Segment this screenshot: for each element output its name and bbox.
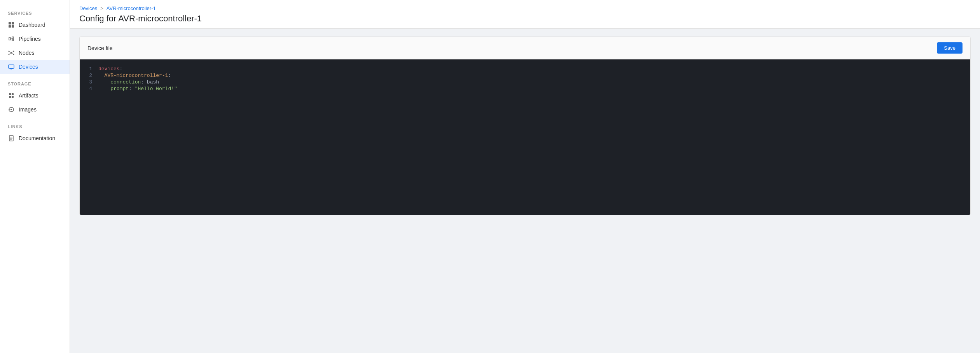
sidebar-item-pipelines[interactable]: Pipelines (0, 32, 70, 46)
code-line-3: 3 connection: bash (80, 79, 970, 85)
svg-rect-14 (9, 96, 11, 98)
sidebar-item-label: Pipelines (19, 36, 41, 42)
save-button[interactable]: Save (937, 42, 963, 54)
svg-rect-0 (9, 22, 11, 24)
line-number-2: 2 (80, 73, 98, 78)
svg-rect-13 (12, 93, 14, 95)
svg-rect-12 (9, 93, 11, 95)
sidebar-item-devices[interactable]: Devices (0, 60, 70, 74)
sidebar-item-dashboard[interactable]: Dashboard (0, 18, 70, 32)
card-title: Device file (87, 45, 113, 51)
sidebar-item-artifacts[interactable]: Artifacts (0, 89, 70, 103)
card-header: Device file Save (80, 37, 970, 59)
code-line-2: 2 AVR-microcontroller-1: (80, 72, 970, 79)
line-content-4: prompt: "Hello World!" (98, 86, 177, 92)
line-content-1: devices: (98, 66, 122, 72)
sidebar-item-label: Dashboard (19, 22, 45, 28)
svg-rect-2 (9, 25, 11, 28)
services-label: SERVICES (0, 6, 70, 18)
sidebar-item-label: Artifacts (19, 92, 38, 99)
page-title: Config for AVR-microcontroller-1 (79, 14, 971, 24)
artifacts-icon (8, 92, 15, 99)
svg-rect-9 (9, 65, 14, 68)
content-area: Device file Save 1 devices: 2 AVR-microc… (70, 29, 980, 353)
sidebar-item-nodes[interactable]: Nodes (0, 46, 70, 60)
line-content-2: AVR-microcontroller-1: (98, 73, 171, 78)
nodes-icon (8, 49, 15, 56)
line-content-3: connection: bash (98, 79, 159, 85)
page-header: Devices > AVR-microcontroller-1 Config f… (70, 0, 980, 29)
images-icon (8, 106, 15, 113)
storage-label: STORAGE (0, 77, 70, 89)
sidebar-item-documentation[interactable]: Documentation (0, 131, 70, 145)
line-number-4: 4 (80, 86, 98, 92)
sidebar-item-label: Documentation (19, 135, 55, 141)
svg-point-17 (10, 109, 12, 110)
svg-rect-1 (12, 22, 14, 24)
sidebar-item-label: Images (19, 106, 37, 113)
svg-rect-3 (12, 25, 14, 28)
breadcrumb-separator: > (100, 5, 103, 11)
code-line-4: 4 prompt: "Hello World!" (80, 85, 970, 92)
line-number-1: 1 (80, 66, 98, 72)
doc-icon (8, 135, 15, 142)
code-editor[interactable]: 1 devices: 2 AVR-microcontroller-1: 3 co… (80, 59, 970, 215)
svg-rect-15 (12, 96, 14, 98)
sidebar-item-images[interactable]: Images (0, 103, 70, 117)
sidebar-item-label: Devices (19, 64, 38, 70)
code-line-1: 1 devices: (80, 66, 970, 72)
device-file-card: Device file Save 1 devices: 2 AVR-microc… (79, 37, 971, 215)
pipelines-icon (8, 35, 15, 42)
line-number-3: 3 (80, 79, 98, 85)
links-label: LINKS (0, 120, 70, 131)
grid-icon (8, 21, 15, 28)
breadcrumb-devices-link[interactable]: Devices (79, 5, 97, 11)
devices-icon (8, 63, 15, 70)
svg-rect-10 (10, 68, 13, 69)
sidebar-item-label: Nodes (19, 50, 34, 56)
main-content: Devices > AVR-microcontroller-1 Config f… (70, 0, 980, 353)
breadcrumb-current: AVR-microcontroller-1 (107, 5, 156, 11)
breadcrumb: Devices > AVR-microcontroller-1 (79, 5, 971, 11)
svg-rect-11 (10, 69, 12, 70)
sidebar: SERVICES Dashboard Pipelines (0, 0, 70, 353)
